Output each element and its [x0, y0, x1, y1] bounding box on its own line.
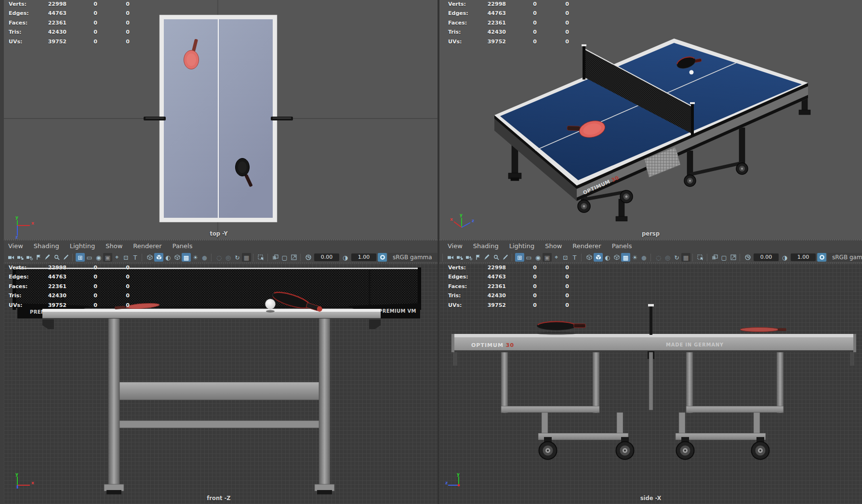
image-plane-icon[interactable] [43, 253, 52, 262]
viewport-side[interactable]: OPTIMUM30 MADE IN GERMANY [439, 264, 862, 504]
menu-item-shading[interactable]: Shading [28, 240, 65, 252]
default-material-icon[interactable] [172, 253, 182, 262]
safe-action-icon[interactable]: ⊡ [561, 253, 570, 262]
camera-attributes-icon[interactable] [25, 253, 34, 262]
menu-item-renderer[interactable]: Renderer [567, 240, 606, 252]
grid-icon[interactable]: ⊞ [515, 253, 524, 262]
maya-four-view-workspace: Verts:2299800Edges:4476300Faces:2236100T… [0, 0, 862, 504]
select-camera-icon[interactable] [6, 253, 15, 262]
viewport-top[interactable]: Verts:2299800Edges:4476300Faces:2236100T… [0, 0, 438, 239]
resolution-gate-icon[interactable]: ◉ [533, 253, 543, 262]
multisample-icon[interactable]: ▦ [242, 253, 251, 262]
menu-item-lighting[interactable]: Lighting [504, 240, 540, 252]
lock-camera-icon[interactable] [455, 253, 464, 262]
camera-attributes-icon[interactable] [464, 253, 473, 262]
gate-mask-icon[interactable]: ▣ [103, 253, 112, 262]
exposure-icon[interactable] [304, 253, 313, 262]
dof-icon[interactable]: ◎ [224, 253, 233, 262]
toolbar-separator [442, 254, 444, 261]
menu-item-shading[interactable]: Shading [468, 240, 504, 252]
hud-stat-value: 0 [542, 10, 569, 16]
hud-row: Edges:4476300 [439, 274, 584, 283]
panel-menubar: ViewShadingLightingShowRendererPanels [439, 239, 862, 252]
gamma-field[interactable]: 1.00 [351, 253, 376, 261]
lock-camera-icon[interactable] [15, 253, 25, 262]
xray-icon[interactable]: ▢ [719, 253, 729, 262]
menu-item-view[interactable]: View [3, 240, 28, 252]
xray-active-icon[interactable] [710, 253, 719, 262]
exposure-icon[interactable] [743, 253, 752, 262]
textured-icon[interactable]: ◐ [163, 253, 172, 262]
motion-blur-icon[interactable]: ↻ [672, 253, 681, 262]
field-chart-icon[interactable]: ⌖ [552, 253, 561, 262]
film-gate-icon[interactable]: ▭ [524, 253, 533, 262]
grease-pencil-icon[interactable] [61, 253, 70, 262]
xray-active-icon[interactable] [271, 253, 280, 262]
motion-blur-icon[interactable]: ↻ [233, 253, 242, 262]
gamma-toggle-button[interactable] [378, 253, 387, 262]
film-gate-icon[interactable]: ▭ [85, 253, 94, 262]
snapshot-icon[interactable] [289, 253, 298, 262]
checker-icon[interactable]: ▩ [182, 253, 191, 262]
dof-icon[interactable]: ◎ [663, 253, 672, 262]
bookmark-icon[interactable] [34, 253, 43, 262]
textured-icon[interactable]: ◐ [603, 253, 612, 262]
safe-title-icon[interactable]: T [131, 253, 140, 262]
default-material-icon[interactable] [612, 253, 621, 262]
colorspace-select[interactable]: sRGB gamma [827, 253, 862, 262]
lights-icon[interactable]: ☀ [191, 253, 200, 262]
isolate-select-icon[interactable] [256, 253, 265, 262]
menu-item-show[interactable]: Show [540, 240, 567, 252]
menu-item-panels[interactable]: Panels [607, 240, 637, 252]
checker-icon[interactable]: ▩ [621, 253, 630, 262]
hud-stat-value: 0 [72, 292, 97, 299]
table-end-cap-left [451, 334, 454, 352]
contrast-icon[interactable]: ◑ [341, 253, 350, 262]
gate-mask-icon[interactable]: ▣ [543, 253, 552, 262]
panel-front: ViewShadingLightingShowRendererPanels ⊞▭… [0, 239, 438, 504]
xray-icon[interactable]: ▢ [280, 253, 289, 262]
exposure-field[interactable]: 0.00 [314, 253, 339, 261]
smooth-shade-icon[interactable] [154, 253, 163, 262]
gamma-toggle-button[interactable] [817, 253, 826, 262]
viewport-divider[interactable] [438, 0, 439, 504]
viewport-front[interactable]: PREMIUM VM PREMIUM VM [0, 264, 438, 504]
pan-zoom-icon[interactable] [491, 253, 501, 262]
viewport-persp[interactable]: OPTIMUM30 [439, 0, 862, 239]
grease-pencil-icon[interactable] [501, 253, 510, 262]
pan-zoom-icon[interactable] [52, 253, 61, 262]
resolution-gate-icon[interactable]: ◉ [94, 253, 103, 262]
ao-icon[interactable]: ◌ [214, 253, 224, 262]
hud-stat-value: 22998 [23, 1, 66, 7]
table-bracket-right [369, 319, 381, 329]
smooth-shade-icon[interactable] [594, 253, 603, 262]
wireframe-cube-icon[interactable] [145, 253, 154, 262]
exposure-field[interactable]: 0.00 [754, 253, 779, 261]
hud-stat-value: 39752 [463, 302, 506, 308]
shadows-icon[interactable]: ● [639, 253, 649, 262]
safe-title-icon[interactable]: T [570, 253, 579, 262]
safe-action-icon[interactable]: ⊡ [121, 253, 131, 262]
menu-item-panels[interactable]: Panels [167, 240, 198, 252]
lights-icon[interactable]: ☀ [630, 253, 639, 262]
select-camera-icon[interactable] [446, 253, 455, 262]
grid-icon[interactable]: ⊞ [76, 253, 85, 262]
image-plane-icon[interactable] [482, 253, 491, 262]
hud-row: Verts:2299800 [439, 265, 584, 274]
bookmark-icon[interactable] [473, 253, 482, 262]
menu-item-show[interactable]: Show [100, 240, 128, 252]
contrast-icon[interactable]: ◑ [780, 253, 789, 262]
field-chart-icon[interactable]: ⌖ [112, 253, 121, 262]
gamma-field[interactable]: 1.00 [791, 253, 816, 261]
multisample-icon[interactable]: ▦ [681, 253, 690, 262]
menu-item-renderer[interactable]: Renderer [128, 240, 167, 252]
shadows-icon[interactable]: ● [200, 253, 209, 262]
menu-item-view[interactable]: View [442, 240, 468, 252]
snapshot-icon[interactable] [729, 253, 738, 262]
hud-stat-value: 0 [512, 10, 537, 16]
ao-icon[interactable]: ◌ [654, 253, 663, 262]
table-end-drop-right [850, 352, 854, 366]
wireframe-cube-icon[interactable] [584, 253, 594, 262]
isolate-select-icon[interactable] [696, 253, 705, 262]
menu-item-lighting[interactable]: Lighting [65, 240, 101, 252]
